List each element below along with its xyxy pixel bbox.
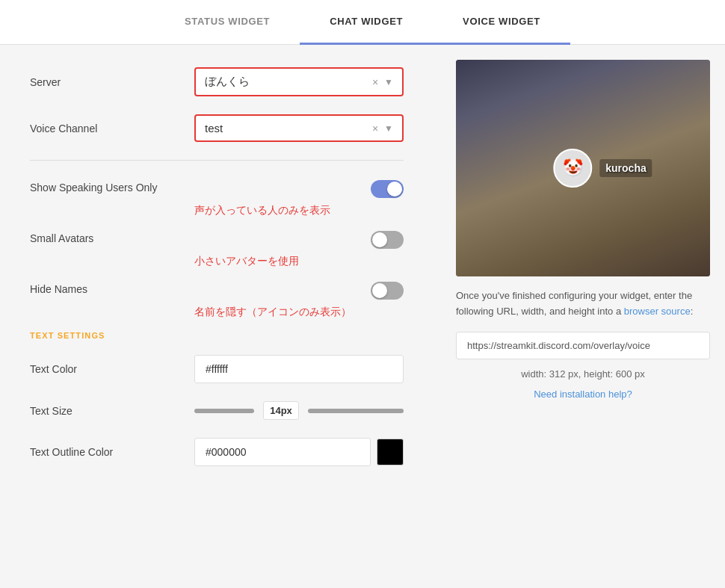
preview-user-card: 🤡 kurocha [553, 149, 652, 188]
voice-channel-value: test [205, 122, 372, 134]
small-avatars-label: Small Avatars [30, 229, 194, 244]
text-outline-row: Text Outline Color [30, 438, 404, 466]
text-color-row: Text Color [30, 355, 404, 383]
color-input-row [194, 438, 404, 466]
slider-left-track [194, 409, 254, 413]
text-outline-control [194, 438, 404, 466]
small-avatars-toggle-col [359, 229, 404, 249]
small-avatars-row: Small Avatars [30, 229, 404, 249]
tab-voice[interactable]: VOICE WIDGET [433, 0, 570, 45]
hide-names-row: Hide Names [30, 280, 404, 300]
voice-channel-label: Voice Channel [30, 123, 194, 134]
voice-channel-control: test × ▼ [194, 114, 404, 142]
text-outline-swatch[interactable] [377, 439, 404, 465]
server-select[interactable]: ぼんくら × ▼ [194, 67, 404, 96]
main-content: Server ぼんくら × ▼ Voice Channel test × ▼ [0, 45, 725, 507]
text-size-control: 14px [194, 401, 404, 420]
right-panel: 🤡 kurocha Once you've finished configuri… [434, 45, 725, 507]
hide-names-toggle-col [359, 280, 404, 300]
text-size-label: Text Size [30, 405, 194, 417]
small-avatars-note: 小さいアバターを使用 [30, 255, 404, 268]
slider-value-display: 14px [263, 401, 299, 420]
tab-status[interactable]: STATUS WIDGET [155, 0, 300, 45]
preview-image: 🤡 kurocha [456, 60, 710, 276]
dimensions-text: width: 312 px, height: 600 px [456, 368, 710, 380]
show-speaking-note: 声が入っている人のみを表示 [30, 204, 404, 217]
voice-channel-select[interactable]: test × ▼ [194, 114, 404, 142]
text-outline-label: Text Outline Color [30, 446, 194, 458]
server-label: Server [30, 76, 194, 88]
show-speaking-toggle-col [359, 179, 404, 198]
top-nav: STATUS WIDGET CHAT WIDGET VOICE WIDGET [0, 0, 725, 45]
text-size-row: Text Size 14px [30, 401, 404, 420]
slider-right-track [308, 409, 404, 413]
text-size-slider-row: 14px [194, 401, 404, 420]
url-box[interactable]: https://streamkit.discord.com/overlay/vo… [456, 332, 710, 359]
server-clear-icon[interactable]: × [372, 76, 378, 88]
server-value: ぼんくら [205, 75, 372, 89]
hide-names-label: Hide Names [30, 280, 194, 295]
text-color-input[interactable] [194, 355, 404, 383]
text-color-control [194, 355, 404, 383]
description-text: Once you've finished configuring your wi… [456, 288, 710, 320]
left-panel: Server ぼんくら × ▼ Voice Channel test × ▼ [0, 45, 434, 507]
tab-chat[interactable]: CHAT WIDGET [300, 0, 433, 45]
small-avatars-toggle[interactable] [371, 231, 404, 249]
help-link[interactable]: Need installation help? [456, 389, 710, 400]
show-speaking-row: Show Speaking Users Only [30, 179, 404, 198]
show-speaking-label: Show Speaking Users Only [30, 179, 194, 194]
browser-source-link[interactable]: browser source [624, 306, 691, 317]
preview-avatar: 🤡 [553, 149, 592, 188]
server-control: ぼんくら × ▼ [194, 67, 404, 96]
hide-names-toggle[interactable] [371, 282, 404, 300]
text-outline-input[interactable] [194, 438, 371, 466]
preview-username: kurocha [599, 159, 652, 177]
server-dropdown-icon[interactable]: ▼ [384, 77, 393, 87]
hide-names-note: 名前を隠す（アイコンのみ表示） [30, 306, 404, 319]
voice-channel-dropdown-icon[interactable]: ▼ [384, 123, 393, 134]
voice-channel-clear-icon[interactable]: × [372, 123, 378, 134]
text-settings-header: TEXT SETTINGS [30, 331, 404, 340]
divider-1 [30, 160, 404, 161]
show-speaking-toggle[interactable] [371, 180, 404, 198]
text-color-label: Text Color [30, 363, 194, 375]
voice-channel-row: Voice Channel test × ▼ [30, 114, 404, 142]
server-row: Server ぼんくら × ▼ [30, 67, 404, 96]
description-part2: : [691, 306, 694, 317]
